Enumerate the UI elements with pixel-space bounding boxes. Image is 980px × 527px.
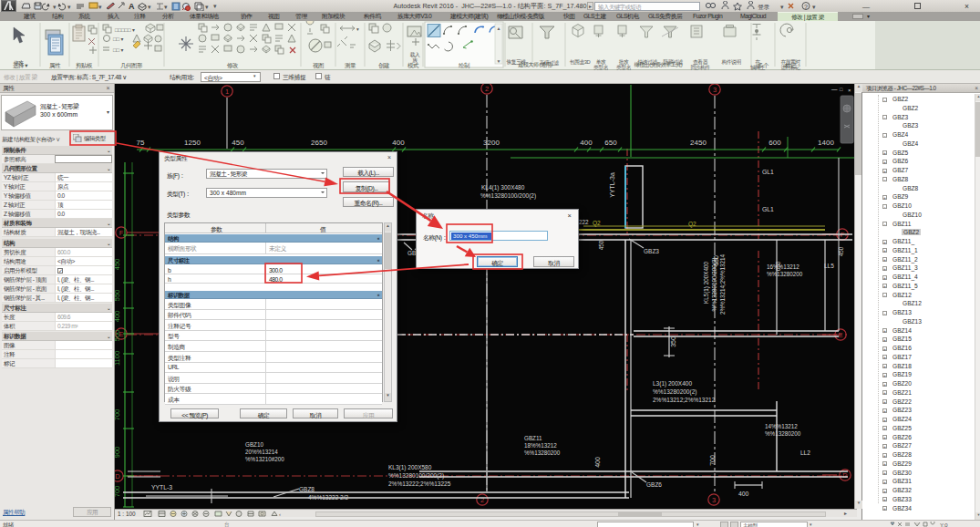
svg-text:2450: 2450 [690,139,707,147]
svg-text:▾: ▾ [812,4,816,10]
svg-text:‹: ‹ [279,512,281,517]
svg-text:YYTL-3a: YYTL-3a [609,172,615,198]
svg-text:GL1: GL1 [762,169,774,175]
svg-text:GBZ6: GBZ6 [646,481,662,488]
svg-text:3200: 3200 [483,139,500,147]
svg-text:GBZ8: GBZ8 [299,486,315,492]
svg-text:GBZ11: GBZ11 [524,435,542,441]
svg-text:450: 450 [115,259,121,271]
svg-text:GB: GB [407,250,416,256]
svg-text:650: 650 [604,139,617,147]
svg-text:登录: 登录 [758,4,770,11]
svg-text:GBZ10: GBZ10 [245,441,263,448]
svg-text:2%%13212;2%%13212: 2%%13212;2%%13212 [653,397,716,403]
svg-text:400: 400 [392,139,405,147]
svg-text:400: 400 [594,457,601,468]
svg-text:Q2: Q2 [593,220,601,227]
svg-text:2%%13214;2%%13214: 2%%13214;2%%13214 [719,253,726,315]
svg-text:%%13280100/200(2): %%13280100/200(2) [711,257,718,311]
svg-text:D: D [115,472,120,480]
svg-text:F: F [119,229,124,237]
svg-text:3: 3 [713,86,717,94]
svg-text:16%%13212: 16%%13212 [767,264,799,270]
svg-text:400: 400 [580,139,593,147]
svg-text:%%13280100/200(2): %%13280100/200(2) [480,192,536,200]
svg-text:1400: 1400 [818,139,834,147]
svg-text:LL5: LL5 [824,263,834,269]
svg-text:14%%13212: 14%%13212 [765,423,798,429]
svg-text:—: — [831,86,838,92]
svg-text:Y:0: Y:0 [940,522,948,527]
svg-text:□□□□□ ▾: □□□□□ ▾ [115,27,135,33]
svg-text:400: 400 [738,491,749,497]
svg-text:700: 700 [115,409,121,421]
svg-text:2: 2 [485,85,489,93]
svg-text:□□ ▾: □□ ▾ [113,47,124,53]
svg-text:KL4(1) 300X480: KL4(1) 300X480 [481,184,525,191]
svg-text:L3(1) 200X400: L3(1) 200X400 [653,380,692,388]
svg-text:YYTL-3: YYTL-3 [151,484,172,491]
svg-text:700: 700 [115,486,121,498]
svg-text:900: 900 [115,447,121,459]
svg-text:%%13280200(2): %%13280200(2) [653,388,696,396]
svg-text:Q2: Q2 [688,221,696,228]
svg-text:450: 450 [838,246,844,256]
svg-text:1250: 1250 [184,139,201,147]
svg-text:LL2: LL2 [800,450,810,456]
svg-text:▾: ▾ [356,26,359,32]
svg-text:%%13210#200: %%13210#200 [245,456,284,462]
svg-text:×: × [848,88,851,93]
svg-text:2%%13222;2%%13225: 2%%13222;2%%13225 [388,480,451,487]
svg-text:3: 3 [712,496,716,504]
svg-text:□□ ▾: □□ ▾ [113,36,124,42]
svg-text:20%%13214: 20%%13214 [245,449,278,455]
svg-text:450: 450 [598,240,604,250]
svg-text:GBZ3: GBZ3 [644,248,659,254]
svg-text:%%13280200: %%13280200 [765,430,801,437]
svg-text:KL5(1) 200X400: KL5(1) 200X400 [703,262,710,304]
svg-text:18%%13212: 18%%13212 [524,442,557,449]
svg-text:700: 700 [709,455,716,466]
svg-text:400: 400 [115,311,121,323]
svg-text:75: 75 [137,139,145,147]
svg-text:4%%13222 2/2: 4%%13222 2/2 [308,494,348,501]
svg-text:350: 350 [670,336,676,347]
svg-text:450: 450 [232,139,244,147]
svg-text:?: ? [804,4,808,10]
svg-text:500: 500 [115,330,121,342]
svg-text:1: 1 [225,88,229,96]
svg-text:▲: ▲ [497,26,501,31]
svg-text:1100: 1100 [115,351,121,366]
svg-text:GL1: GL1 [762,206,774,212]
svg-text:600: 600 [769,139,781,147]
svg-text:%%13280200: %%13280200 [524,450,561,456]
svg-text:550: 550 [115,290,121,302]
svg-text:%%13280200: %%13280200 [767,271,803,277]
svg-text:2: 2 [480,496,484,504]
svg-text:E: E [838,331,842,339]
svg-text:2650: 2650 [311,139,327,147]
svg-text:▾: ▾ [780,4,784,10]
svg-text:650: 650 [775,261,781,271]
svg-text:KL3(1) 200X580: KL3(1) 200X580 [388,464,432,471]
svg-text:%%13280100/200(2): %%13280100/200(2) [388,472,444,480]
svg-text:D: D [842,471,848,480]
